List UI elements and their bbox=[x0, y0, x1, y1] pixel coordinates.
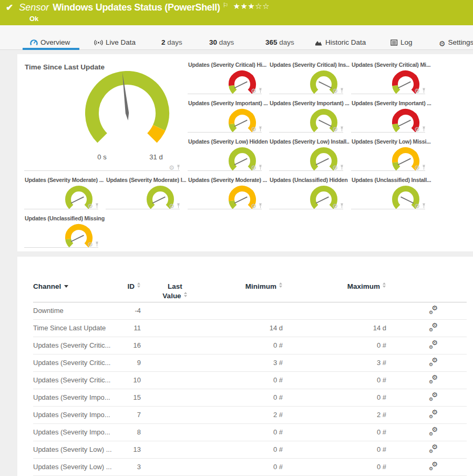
channel-name[interactable]: Updates (Severity Critic... bbox=[33, 371, 117, 389]
gear-icon[interactable]: ⚙ bbox=[87, 242, 93, 247]
channel-settings-icon[interactable]: ⚙⚙ bbox=[428, 340, 438, 349]
channel-maximum: 0 # bbox=[283, 423, 386, 441]
gauge-tile[interactable]: Updates (Severity Moderate) ...⚙ bbox=[23, 174, 105, 212]
column-header-last-value[interactable]: LastValue bbox=[141, 282, 209, 302]
gauge-tile[interactable]: Updates (Unclassified) Hidden⚙ bbox=[268, 174, 349, 212]
gear-icon[interactable]: ⚙ bbox=[332, 204, 338, 209]
column-header-id[interactable]: ID bbox=[117, 282, 141, 302]
column-header-maximum[interactable]: Maximum bbox=[283, 282, 386, 302]
pin-icon[interactable] bbox=[176, 203, 181, 209]
table-row: Time Since Last Update1114 d14 d⚙⚙ bbox=[33, 319, 467, 337]
live-data-icon bbox=[94, 39, 103, 47]
gauge-tile[interactable]: Updates (Severity Critical) Ins...⚙ bbox=[268, 58, 349, 97]
gauge-tile[interactable]: Updates (Severity Important) ...⚙ bbox=[350, 97, 431, 135]
channel-maximum: 0 # bbox=[283, 389, 386, 406]
table-row: Updates (Severity Impo...72 #2 #⚙⚙ bbox=[33, 406, 467, 423]
pin-icon[interactable] bbox=[258, 126, 263, 132]
gauge-tile[interactable]: Updates (Severity Moderate) ...⚙ bbox=[187, 174, 268, 212]
gear-icon[interactable]: ⚙ bbox=[251, 88, 256, 94]
channel-name[interactable]: Updates (Severity Critic... bbox=[33, 337, 117, 354]
channel-settings-icon[interactable]: ⚙⚙ bbox=[428, 306, 438, 314]
channel-maximum: 0 # bbox=[283, 371, 386, 389]
channel-settings-icon[interactable]: ⚙⚙ bbox=[428, 410, 438, 418]
channel-name[interactable]: Updates (Severity Impo... bbox=[33, 406, 117, 423]
channel-settings-icon[interactable]: ⚙⚙ bbox=[428, 427, 438, 436]
pin-icon[interactable] bbox=[176, 165, 181, 170]
pin-icon[interactable] bbox=[258, 203, 263, 209]
channel-name[interactable]: Time Since Last Update bbox=[33, 319, 117, 337]
gauge-tile[interactable]: Updates (Unclassified) Install...⚙ bbox=[350, 174, 431, 212]
flag-icon[interactable]: ⚐ bbox=[223, 2, 229, 9]
gear-icon[interactable]: ⚙ bbox=[414, 204, 420, 209]
gauge-tile[interactable]: Updates (Severity Critical) Mi...⚙ bbox=[350, 58, 431, 97]
gear-icon[interactable]: ⚙ bbox=[251, 204, 256, 209]
pin-icon[interactable] bbox=[340, 88, 344, 94]
column-header-channel[interactable]: Channel bbox=[33, 282, 117, 302]
gear-icon[interactable]: ⚙ bbox=[332, 165, 338, 170]
channel-last-value bbox=[141, 354, 209, 371]
pin-icon[interactable] bbox=[421, 126, 426, 132]
gear-icon[interactable]: ⚙ bbox=[414, 127, 420, 132]
pin-icon[interactable] bbox=[258, 88, 263, 94]
gauge-title: Updates (Severity Important) ... bbox=[268, 97, 349, 106]
gauge-max-label: 31 d bbox=[145, 153, 168, 161]
gauge-tile[interactable]: Updates (Severity Low) Install...⚙ bbox=[268, 135, 349, 174]
tab-30-days[interactable]: 30 days bbox=[209, 38, 234, 50]
tab-settings[interactable]: ⚙Settings bbox=[439, 38, 473, 50]
gear-icon[interactable]: ⚙ bbox=[414, 165, 420, 170]
channel-name[interactable]: Updates (Severity Low) ... bbox=[33, 441, 117, 458]
pin-icon[interactable] bbox=[258, 165, 263, 170]
gear-icon[interactable]: ⚙ bbox=[332, 127, 338, 132]
object-kind-label: Sensor bbox=[19, 2, 49, 13]
channel-settings-icon[interactable]: ⚙⚙ bbox=[428, 444, 438, 453]
gear-icon[interactable]: ⚙ bbox=[251, 165, 256, 170]
channel-maximum: 0 # bbox=[283, 441, 386, 458]
gauge-tile[interactable]: Updates (Severity Critical) Hi...⚙ bbox=[187, 58, 268, 97]
channel-settings-icon[interactable]: ⚙⚙ bbox=[428, 323, 438, 331]
gauge-tile[interactable]: Updates (Severity Important) ...⚙ bbox=[268, 97, 349, 135]
channel-settings-icon[interactable]: ⚙⚙ bbox=[428, 375, 438, 383]
column-header-minimum[interactable]: Minimum bbox=[209, 282, 283, 302]
gear-icon[interactable]: ⚙ bbox=[332, 88, 338, 94]
gear-icon[interactable]: ⚙ bbox=[251, 127, 256, 132]
gauge-tile[interactable]: Updates (Severity Low) Missi...⚙ bbox=[350, 135, 431, 174]
tab-overview[interactable]: Overview bbox=[30, 38, 70, 50]
gauge-tile[interactable]: Updates (Unclassified) Missing⚙ bbox=[23, 212, 105, 250]
pin-icon[interactable] bbox=[421, 165, 426, 170]
gauge-tile[interactable]: Updates (Severity Important) ...⚙ bbox=[187, 97, 268, 135]
pin-icon[interactable] bbox=[340, 165, 344, 170]
tab-365-days[interactable]: 365 days bbox=[265, 38, 294, 50]
channel-name[interactable]: Updates (Severity Impo... bbox=[33, 423, 117, 441]
gear-icon[interactable]: ⚙ bbox=[169, 204, 174, 209]
pin-icon[interactable] bbox=[421, 88, 426, 94]
pin-icon[interactable] bbox=[95, 241, 99, 247]
gauge-title: Updates (Severity Important) ... bbox=[350, 97, 431, 106]
channel-last-value bbox=[141, 319, 209, 337]
pin-icon[interactable] bbox=[340, 203, 344, 209]
channel-name[interactable]: Downtime bbox=[33, 302, 117, 319]
channel-settings-icon[interactable]: ⚙⚙ bbox=[428, 358, 438, 366]
gear-icon[interactable]: ⚙ bbox=[87, 204, 93, 209]
pin-icon[interactable] bbox=[95, 203, 99, 209]
channel-name[interactable]: Updates (Severity Critic... bbox=[33, 354, 117, 371]
gauge-tile[interactable]: Updates (Severity Low) Hidden⚙ bbox=[187, 135, 268, 174]
gear-icon[interactable]: ⚙ bbox=[169, 165, 174, 170]
channel-settings-icon[interactable]: ⚙⚙ bbox=[428, 462, 438, 470]
channel-minimum bbox=[209, 302, 283, 319]
gear-icon[interactable]: ⚙ bbox=[414, 88, 420, 94]
tab-live-data[interactable]: Live Data bbox=[94, 38, 136, 50]
tab-log[interactable]: Log bbox=[390, 38, 413, 50]
channel-name[interactable]: Updates (Severity Low) ... bbox=[33, 458, 117, 475]
main-gauge-tile[interactable]: Time Since Last Update0 s31 d⚙ bbox=[23, 58, 186, 174]
rating-stars[interactable]: ★★★☆☆ bbox=[233, 2, 270, 11]
channel-settings-icon[interactable]: ⚙⚙ bbox=[428, 392, 438, 401]
channel-last-value bbox=[141, 337, 209, 354]
channel-name[interactable]: Updates (Severity Impo... bbox=[33, 389, 117, 406]
tab-2-days[interactable]: 2 days bbox=[161, 38, 182, 50]
tab-historic-data[interactable]: Historic Data bbox=[315, 38, 366, 50]
pin-icon[interactable] bbox=[421, 203, 426, 209]
pin-icon[interactable] bbox=[340, 126, 344, 132]
gauge-tile[interactable]: Updates (Severity Moderate) I...⚙ bbox=[105, 174, 186, 212]
table-header-row: Channel ID LastValue Minimum Maximum bbox=[33, 282, 467, 302]
channel-id: 7 bbox=[117, 406, 141, 423]
